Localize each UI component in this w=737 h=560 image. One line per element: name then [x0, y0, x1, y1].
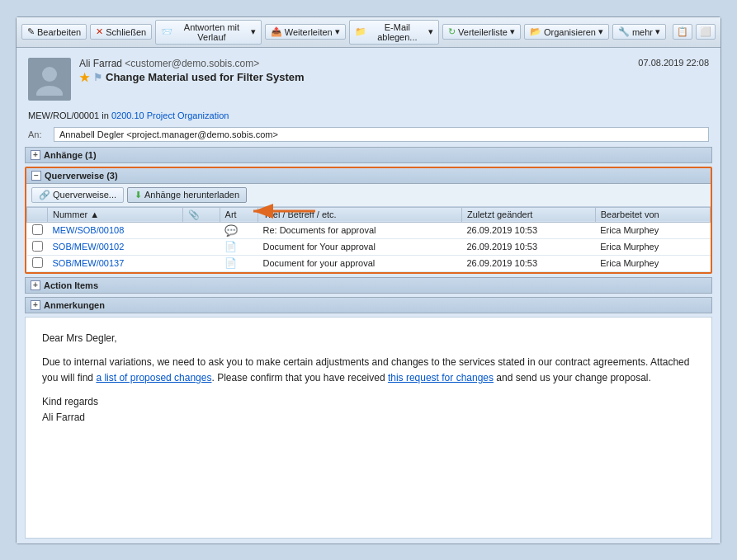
col-checkbox [27, 207, 48, 222]
message-icon: 💬 [224, 224, 238, 237]
row3-editor: Erica Murphey [595, 255, 710, 271]
row3-art: 📄 [220, 255, 257, 271]
col-bearbeitet: Bearbeitet von [595, 207, 710, 222]
row2-art: 📄 [220, 238, 257, 255]
row1-checkbox[interactable] [27, 222, 48, 238]
row1-art: 💬 [220, 222, 257, 238]
row2-date: 26.09.2019 10:53 [461, 238, 595, 255]
col-clip: 📎 [182, 207, 220, 222]
dropdown-arrow: ▾ [598, 26, 603, 37]
qv-table: Nummer ▲ 📎 Art Titel / Betreff / etc. Zu… [26, 207, 711, 272]
organise-icon: 📂 [530, 26, 541, 37]
row3-checkbox[interactable] [27, 255, 48, 271]
antworten-button[interactable]: 📨 Antworten mit Verlauf ▾ [155, 20, 262, 45]
document-icon: 📄 [224, 257, 237, 269]
anhaenge-label: Anhänge (1) [44, 150, 97, 160]
row1-date: 26.09.2019 10:53 [461, 222, 595, 238]
email-header: Ali Farrad <customer@demo.sobis.com> ★ ⚑… [25, 53, 712, 106]
row1-clip [182, 222, 220, 238]
dropdown-arrow: ▾ [510, 26, 515, 37]
querverweise-btn-icon: 🔗 [39, 190, 50, 200]
email-meta: Ali Farrad <customer@demo.sobis.com> ★ ⚑… [79, 58, 709, 101]
row1-number[interactable]: MEW/SOB/00108 [48, 222, 183, 238]
toolbar: ✎ Bearbeiten ✕ Schließen 📨 Antworten mit… [17, 17, 720, 48]
folder-icon: 📁 [355, 26, 366, 37]
extra-btn-2[interactable]: ⬜ [696, 24, 716, 40]
greeting: Dear Mrs Degler, [42, 331, 695, 346]
organisieren-button[interactable]: 📂 Organisieren ▾ [524, 24, 609, 40]
anmerkungen-label: Anmerkungen [44, 300, 105, 310]
anmerkungen-expand-icon[interactable]: + [31, 300, 40, 310]
closing-block: Kind regards Ali Farrad [42, 394, 695, 426]
row1-title: Re: Documents for approval [257, 222, 461, 238]
avatar [28, 58, 71, 101]
extra-btn-1[interactable]: 📋 [673, 24, 692, 40]
email-window: ✎ Bearbeiten ✕ Schließen 📨 Antworten mit… [16, 16, 721, 544]
row2-clip [182, 238, 220, 255]
kind-regards-text: Kind regards [42, 394, 695, 410]
body-link[interactable]: a list of proposed changes [96, 372, 211, 384]
row3-date: 26.09.2019 10:53 [461, 255, 595, 271]
querverweise-expand-icon[interactable]: − [31, 171, 41, 181]
col-art: Art [220, 207, 257, 222]
row2-title: Document for Your approval [257, 238, 461, 255]
querverweise-body: 🔗 Querverweise... ⬇ Anhänge herunterlade… [26, 184, 711, 272]
dropdown-arrow: ▾ [335, 26, 340, 37]
querverweise-label: Querverweise (3) [45, 171, 118, 181]
row1-editor: Erica Murphey [595, 222, 710, 238]
weiterleiten-button[interactable]: 📤 Weiterleiten ▾ [265, 24, 346, 40]
anhaenge-herunterladen-btn[interactable]: ⬇ Anhänge herunterladen [127, 187, 247, 203]
verteilerliste-button[interactable]: ↻ Verteilerliste ▾ [442, 24, 521, 40]
col-nummer: Nummer ▲ [48, 207, 183, 222]
to-value: Annabell Degler <project.manager@demo.so… [54, 127, 709, 142]
dropdown-arrow: ▾ [428, 26, 433, 37]
email-body: Dear Mrs Degler, Due to internal variati… [25, 317, 712, 539]
querverweise-btn[interactable]: 🔗 Querverweise... [31, 187, 124, 203]
subject-line: ★ ⚑ Change Material used for Filter Syst… [79, 71, 305, 84]
reply-icon: 📨 [161, 26, 172, 37]
ablegen-button[interactable]: 📁 E-Mail ablegen... ▾ [349, 20, 439, 45]
row2-editor: Erica Murphey [595, 238, 710, 255]
reference-link[interactable]: 0200.10 Project Organization [111, 111, 229, 120]
star-icon: ★ [79, 71, 90, 84]
mehr-button[interactable]: 🔧 mehr ▾ [612, 24, 666, 40]
col-titel: Titel / Betreff / etc. [257, 207, 461, 222]
download-icon: ⬇ [135, 190, 142, 200]
edit-icon: ✎ [27, 26, 35, 37]
schliessen-button[interactable]: ✕ Schließen [90, 24, 152, 40]
list-icon: ↻ [448, 26, 456, 37]
row2-number[interactable]: SOB/MEW/00102 [48, 238, 183, 255]
querverweise-section: − Querverweise (3) 🔗 Querverweise... ⬇ A… [25, 167, 712, 274]
close-icon: ✕ [96, 26, 103, 37]
date-line: 07.08.2019 22:08 [638, 58, 709, 84]
sender-line: Ali Farrad <customer@demo.sobis.com> [79, 58, 305, 69]
anhaenge-expand-icon[interactable]: + [31, 150, 40, 160]
row3-number[interactable]: SOB/MEW/00137 [48, 255, 183, 271]
row2-checkbox[interactable] [27, 238, 48, 255]
document-icon: 📄 [224, 241, 237, 252]
anhaenge-herunterladen-label: Anhänge herunterladen [144, 190, 239, 200]
body-link-2[interactable]: this request for changes [388, 372, 494, 384]
querverweise-header[interactable]: − Querverweise (3) [26, 168, 711, 184]
wrench-icon: 🔧 [618, 26, 630, 37]
reference-id: MEW/ROL/00001 [28, 111, 99, 120]
action-items-expand-icon[interactable]: + [31, 280, 40, 290]
table-header-row: Nummer ▲ 📎 Art Titel / Betreff / etc. Zu… [27, 207, 711, 222]
svg-point-0 [42, 67, 57, 82]
dropdown-arrow: ▾ [655, 26, 660, 37]
table-row: SOB/MEW/00102 📄 Document for Your approv… [27, 238, 711, 255]
anmerkungen-section-header[interactable]: + Anmerkungen [25, 297, 712, 313]
sender-closing: Ali Farrad [42, 410, 695, 426]
to-label: An: [28, 129, 49, 139]
bearbeiten-button[interactable]: ✎ Bearbeiten [21, 24, 87, 40]
dropdown-arrow: ▾ [251, 26, 256, 37]
subject-text: Change Material used for Filter System [106, 71, 305, 83]
action-items-label: Action Items [44, 280, 98, 290]
forward-icon: 📤 [271, 26, 282, 37]
action-items-section-header[interactable]: + Action Items [25, 277, 712, 294]
sender-email: <customer@demo.sobis.com> [125, 58, 259, 69]
table-row: SOB/MEW/00137 📄 Document for your approv… [27, 255, 711, 271]
anhaenge-section-header[interactable]: + Anhänge (1) [25, 147, 712, 163]
main-content: Ali Farrad <customer@demo.sobis.com> ★ ⚑… [17, 48, 720, 544]
reference-line: MEW/ROL/00001 in 0200.10 Project Organiz… [25, 109, 712, 122]
